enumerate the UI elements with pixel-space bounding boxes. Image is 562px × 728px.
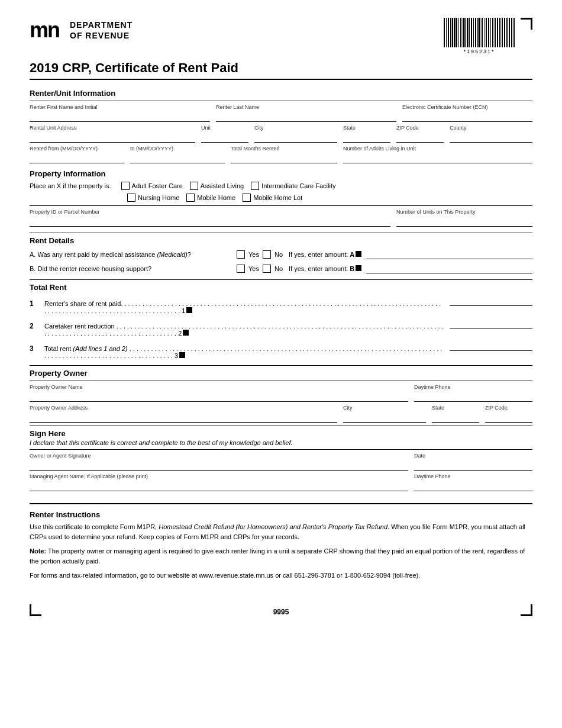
property-checkboxes-row1: Place an X if the property is: Adult Fos… [30,182,532,202]
input-managing-agent[interactable] [30,481,408,491]
barcode-wrapper: *195231* [444,18,532,54]
barcode-area: *195231* [444,18,515,54]
line-number-2: 2 [30,322,41,330]
input-signature[interactable] [30,460,408,471]
medicaid-italic: (Medicaid) [157,251,187,258]
note-label: Note: [30,547,46,555]
input-owner-zip[interactable] [485,412,532,423]
checkbox-no-b[interactable] [263,265,271,273]
line-desc-1: Renter's share of rent paid. . . . . . .… [44,300,444,314]
input-owner-name[interactable] [30,391,408,402]
input-parcel[interactable] [30,216,390,227]
divider-total-rent [30,279,532,280]
label-parcel: Property ID or Parcel Number [30,209,390,215]
divider-renter [30,101,532,101]
label-owner-address: Property Owner Address [30,405,337,411]
answer-line-2[interactable] [450,319,532,328]
checkbox-no-a[interactable] [263,250,271,259]
label-units-count: Number of Units on This Property [396,209,532,215]
renter-section-heading: Renter/Unit Information [30,89,532,98]
total-rent-row-3: 3 Total rent (Add lines 1 and 2) . . . .… [30,342,532,359]
rent-row-b: B. Did the renter receive housing suppor… [30,264,532,273]
input-owner-city[interactable] [343,412,426,423]
ref-a: A [350,251,354,258]
checkbox-nursing-home-box[interactable] [127,194,135,202]
no-label-b: No [274,265,283,272]
barcode-text: *195231* [463,49,495,54]
field-zip: ZIP Code [396,125,444,143]
no-label-a: No [274,251,283,258]
property-id-row: Property ID or Parcel Number Number of U… [30,209,532,227]
checkbox-assisted-living-box[interactable] [190,182,198,190]
input-total-months[interactable] [231,153,337,163]
checkbox-intermediate-care-box[interactable] [251,182,259,190]
input-date[interactable] [414,460,532,471]
field-date: Date [414,453,532,471]
instructions-section: Renter Instructions Use this certificate… [30,503,532,581]
input-units-count[interactable] [396,216,532,227]
checkbox-adult-foster-box[interactable] [121,182,130,190]
checkbox-adult-foster-label: Adult Foster Care [132,182,183,189]
checkbox-row-1: Place an X if the property is: Adult Fos… [30,182,532,190]
checkbox-nursing-home-label: Nursing Home [138,194,179,201]
divider-property [30,205,532,206]
owner-address-row: Property Owner Address City State ZIP Co… [30,405,532,423]
label-unit: Unit [201,125,248,131]
black-square-1 [186,307,192,313]
field-parcel: Property ID or Parcel Number [30,209,390,227]
answer-line-a[interactable] [366,250,532,259]
checkbox-mobile-home: Mobile Home [186,194,235,202]
input-ecn[interactable] [402,111,532,122]
rent-details-heading: Rent Details [30,236,532,245]
input-daytime-phone[interactable] [414,481,532,491]
checkbox-mobile-home-label: Mobile Home [197,194,235,201]
input-last-name[interactable] [216,111,396,122]
declaration-text: I declare that this certificate is corre… [30,439,532,446]
checkbox-nursing-home: Nursing Home [127,194,179,202]
input-owner-address[interactable] [30,412,337,423]
field-rented-to: to (MM/DD/YYYY) [130,146,225,163]
input-owner-phone[interactable] [414,391,532,402]
page-header: mn DEPARTMENT OF REVENUE *195231* [30,18,532,54]
input-rented-to[interactable] [130,153,225,163]
ref-b: B [350,265,354,272]
checkbox-mobile-home-box[interactable] [186,194,195,202]
line-number-1: 1 [30,299,41,308]
input-zip[interactable] [396,132,444,143]
field-first-name: Renter First Name and Initial [30,104,210,122]
field-ecn: Electronic Certificate Number (ECN) [402,104,532,122]
input-address[interactable] [30,132,195,143]
label-last-name: Renter Last Name [216,104,396,110]
checkbox-yes-a[interactable] [237,250,245,259]
total-rent-row-1: 1 Renter's share of rent paid. . . . . .… [30,297,532,314]
input-adults[interactable] [343,153,532,163]
page-number: 9995 [273,608,289,616]
input-first-name[interactable] [30,111,210,122]
divider-rent [30,233,532,233]
label-total-months: Total Months Rented [231,146,337,152]
field-owner-state: State [432,405,479,423]
input-city[interactable] [254,132,337,143]
checkbox-mobile-home-lot-box[interactable] [243,194,251,202]
input-unit[interactable] [201,132,248,143]
input-rented-from[interactable] [30,153,124,163]
input-owner-state[interactable] [432,412,479,423]
field-last-name: Renter Last Name [216,104,396,122]
managing-agent-row: Managing Agent Name, If Applicable (plea… [30,473,532,491]
checkbox-yes-b[interactable] [237,265,245,273]
black-square-2 [183,330,189,336]
label-owner-state: State [432,405,479,411]
checkbox-row-2: Nursing Home Mobile Home Mobile Home Lot [127,194,532,202]
field-total-months: Total Months Rented [231,146,337,163]
answer-line-1[interactable] [450,297,532,306]
field-address: Rental Unit Address [30,125,195,143]
property-owner-section: Property Owner Property Owner Name Dayti… [30,365,532,423]
checkbox-intermediate-care-label: Intermediate Care Facility [261,182,335,189]
input-state[interactable] [343,132,390,143]
field-rented-from: Rented from (MM/DD/YYYY) [30,146,124,163]
answer-line-b[interactable] [366,264,532,273]
answer-line-3[interactable] [450,342,532,351]
label-state: State [343,125,390,131]
field-owner-phone: Daytime Phone [414,384,532,402]
input-county[interactable] [450,132,532,143]
